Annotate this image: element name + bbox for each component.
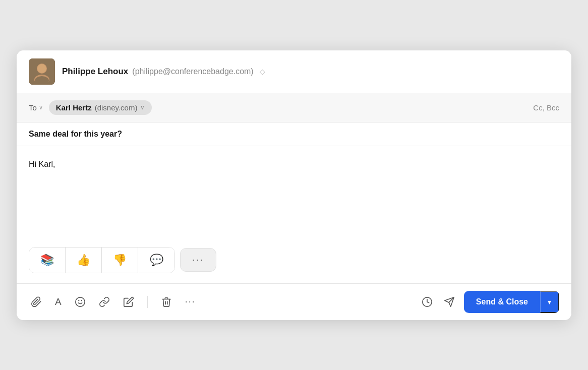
toolbar-icons-left: A — [29, 294, 420, 310]
send-close-button: Send & Close ▾ — [464, 291, 559, 313]
paperclip-icon — [31, 296, 42, 307]
body-text: Hi Karl, — [29, 160, 55, 168]
font-button[interactable]: A — [53, 294, 64, 310]
quick-reply-thumbsup[interactable]: 👍 — [66, 248, 102, 273]
edit-button[interactable] — [121, 294, 136, 310]
toolbar-separator — [147, 296, 148, 308]
recipient-name: Karl Hertz — [56, 103, 92, 112]
delete-button[interactable] — [159, 294, 174, 310]
toolbar-right: Send & Close ▾ — [420, 291, 559, 313]
quick-replies-group: 📚 👍 👎 💬 — [29, 247, 175, 273]
attach-button[interactable] — [29, 294, 44, 310]
subject-text: Same deal for this year? — [29, 130, 122, 138]
sender-name: Philippe Lehoux — [62, 67, 128, 77]
dropdown-chevron-icon: ▾ — [548, 298, 551, 306]
link-button[interactable] — [97, 294, 112, 310]
emoji-button[interactable] — [73, 294, 88, 310]
email-header: Philippe Lehoux (philippe@conferencebadg… — [17, 50, 571, 93]
more-options-button[interactable]: ··· — [183, 294, 198, 309]
sender-chevron-icon[interactable]: ◇ — [260, 68, 265, 76]
send-icon — [444, 296, 455, 307]
body-area[interactable]: Hi Karl, — [17, 146, 571, 247]
cc-bcc-button[interactable]: Cc, Bcc — [533, 103, 559, 112]
send-close-dropdown-button[interactable]: ▾ — [540, 291, 559, 313]
svg-point-3 — [37, 64, 46, 73]
to-label[interactable]: To ∨ — [29, 103, 43, 112]
more-icon: ··· — [185, 296, 196, 307]
subject-row: Same deal for this year? — [17, 122, 571, 146]
quick-replies: 📚 👍 👎 💬 ··· — [17, 247, 571, 283]
send-later-button[interactable] — [442, 294, 457, 310]
smiley-icon — [75, 296, 86, 307]
font-icon: A — [55, 296, 62, 307]
clock-icon — [422, 296, 433, 307]
quick-reply-thumbsdown[interactable]: 👎 — [102, 248, 138, 273]
link-icon — [99, 296, 110, 307]
schedule-button[interactable] — [420, 294, 435, 310]
svg-point-5 — [76, 297, 85, 306]
quick-reply-more-button[interactable]: ··· — [180, 248, 216, 272]
quick-reply-chat[interactable]: 💬 — [138, 248, 174, 273]
compose-window: Philippe Lehoux (philippe@conferencebadg… — [17, 50, 571, 320]
recipient-chevron-icon: ∨ — [140, 104, 145, 111]
to-label-text: To — [29, 103, 37, 112]
quick-reply-books[interactable]: 📚 — [29, 248, 66, 273]
recipient-domain: (disney.com) — [95, 103, 138, 112]
sender-email: (philippe@conferencebadge.com) — [132, 67, 253, 76]
avatar — [29, 58, 55, 85]
recipient-chip[interactable]: Karl Hertz (disney.com) ∨ — [49, 100, 152, 115]
send-close-main-button[interactable]: Send & Close — [464, 291, 540, 313]
pencil-icon — [123, 296, 134, 307]
to-chevron-icon: ∨ — [39, 104, 43, 111]
trash-icon — [161, 296, 172, 307]
toolbar: A — [17, 283, 571, 320]
sender-info: Philippe Lehoux (philippe@conferencebadg… — [62, 67, 265, 77]
to-row: To ∨ Karl Hertz (disney.com) ∨ Cc, Bcc — [17, 93, 571, 122]
